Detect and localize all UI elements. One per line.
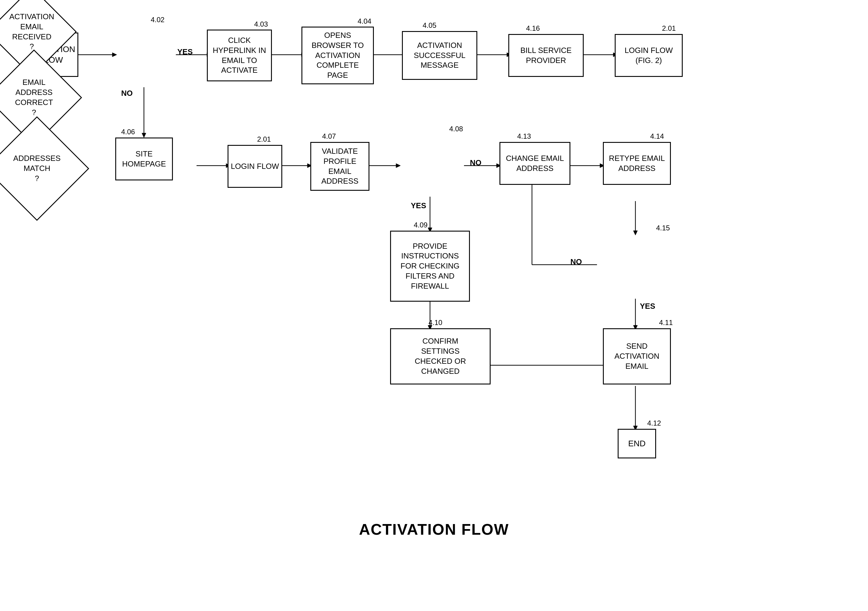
node-414: RETYPE EMAIL ADDRESS [603,142,671,185]
no-415-label: NO [570,257,582,266]
node-201a: LOGIN FLOW (FIG. 2) [615,34,683,77]
no-down-label: NO [121,89,133,98]
node-415-label: ADDRESSESMATCH? [13,154,60,183]
yes-top-label: YES [177,47,193,56]
node-408-id: 4.08 [449,125,463,133]
node-402-label: ACTIVATIONEMAILRECEIVED? [9,12,54,52]
node-201b: LOGIN FLOW [228,145,282,188]
node-413: CHANGE EMAIL ADDRESS [499,142,570,185]
no-408-label: NO [470,158,481,167]
node-411-label: SEND ACTIVATION EMAIL [614,341,659,371]
node-409: PROVIDE INSTRUCTIONS FOR CHECKING FILTER… [390,231,470,302]
node-407: VALIDATE PROFILE EMAIL ADDRESS [310,142,369,191]
node-416-id: 4.16 [526,24,540,33]
node-410-label: CONFIRM SETTINGS CHECKED OR CHANGED [415,336,466,376]
svg-marker-13 [142,133,146,137]
node-412: END [618,429,656,459]
node-411-id: 4.11 [659,319,673,327]
node-412-id: 4.12 [647,419,661,428]
node-201a-id: 2.01 [662,24,676,33]
node-412-label: END [628,438,645,449]
svg-marker-29 [633,231,637,235]
node-404-id: 4.04 [358,17,372,25]
node-410: CONFIRM SETTINGS CHECKED OR CHANGED [390,328,491,384]
node-405: ACTIVATION SUCCESSFUL MESSAGE [402,31,477,80]
node-414-label: RETYPE EMAIL ADDRESS [609,154,665,174]
node-403-label: CLICK HYPERLINK IN EMAIL TO ACTIVATE [213,36,266,75]
yes-408-label: YES [411,201,426,210]
node-406: SITE HOMEPAGE [115,137,173,180]
node-407-label: VALIDATE PROFILE EMAIL ADDRESS [311,146,369,186]
node-413-id: 4.13 [517,132,531,140]
node-403: CLICK HYPERLINK IN EMAIL TO ACTIVATE [207,30,272,81]
node-416-label: BILL SERVICE PROVIDER [521,45,572,66]
svg-marker-19 [396,163,400,168]
page-title: ACTIVATION FLOW [0,521,868,538]
node-414-id: 4.14 [650,132,664,140]
node-402-id: 4.02 [151,16,164,24]
node-406-label: SITE HOMEPAGE [122,149,166,169]
node-201b-id: 2.01 [257,135,271,143]
node-410-id: 4.10 [429,319,442,327]
node-407-id: 4.07 [322,132,336,140]
node-415: ADDRESSESMATCH? [0,132,74,205]
node-415-id: 4.15 [656,224,670,232]
node-405-label: ACTIVATION SUCCESSFUL MESSAGE [414,40,465,70]
node-416: BILL SERVICE PROVIDER [508,34,584,77]
node-408-label: EMAILADDRESSCORRECT? [15,78,53,117]
node-201a-label: LOGIN FLOW (FIG. 2) [625,45,673,66]
node-413-label: CHANGE EMAIL ADDRESS [506,154,564,174]
node-201b-label: LOGIN FLOW [231,162,279,171]
node-404: OPENS BROWSER TO ACTIVATION COMPLETE PAG… [301,26,374,84]
svg-marker-1 [112,53,117,57]
node-405-id: 4.05 [423,21,437,30]
node-403-id: 4.03 [254,20,268,28]
yes-415-label: YES [640,302,655,311]
node-411: SEND ACTIVATION EMAIL [603,328,671,384]
node-409-label: PROVIDE INSTRUCTIONS FOR CHECKING FILTER… [400,241,459,291]
node-406-id: 4.06 [121,128,135,136]
node-404-label: OPENS BROWSER TO ACTIVATION COMPLETE PAG… [312,31,364,81]
node-409-id: 4.09 [414,221,428,229]
